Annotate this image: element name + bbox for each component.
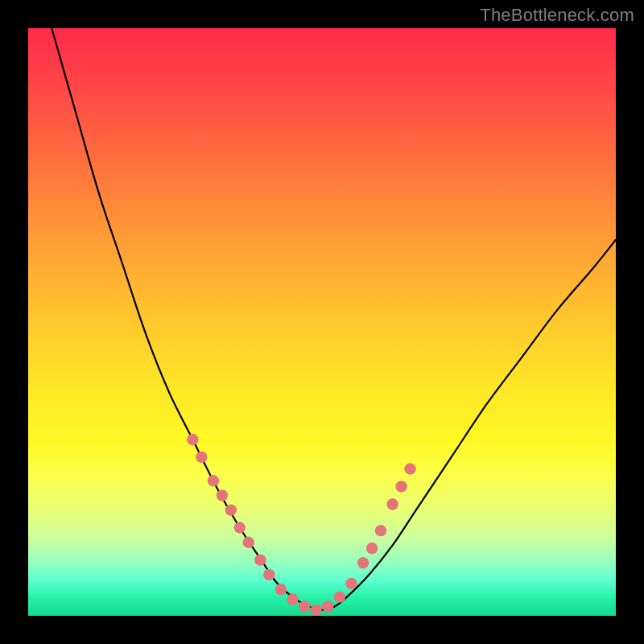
highlight-dot <box>275 584 287 595</box>
curve-svg <box>28 28 616 616</box>
highlight-dot <box>357 557 369 568</box>
highlight-dot <box>322 601 333 612</box>
highlight-dot <box>217 489 228 501</box>
highlight-dot <box>263 569 275 580</box>
highlight-dot <box>334 591 345 602</box>
highlight-dot <box>225 504 237 515</box>
highlight-dot <box>395 481 407 492</box>
plot-area <box>28 28 616 616</box>
highlight-dot <box>196 452 207 463</box>
highlight-dot <box>243 537 254 548</box>
highlight-dot <box>187 434 198 445</box>
highlight-dot <box>366 543 378 554</box>
highlight-dot <box>375 525 386 536</box>
highlight-dot <box>208 475 219 486</box>
highlight-dots <box>187 434 416 616</box>
highlight-dot <box>386 498 398 510</box>
highlight-dot <box>287 593 298 605</box>
highlight-dot <box>345 578 357 589</box>
highlight-dot <box>254 554 266 565</box>
highlight-dot <box>404 463 415 474</box>
bottleneck-curve <box>52 28 616 610</box>
watermark-text: TheBottleneck.com <box>480 5 634 26</box>
highlight-dot <box>299 601 310 612</box>
chart-container: TheBottleneck.com <box>0 0 644 644</box>
highlight-dot <box>234 522 246 533</box>
highlight-dot <box>311 605 322 616</box>
